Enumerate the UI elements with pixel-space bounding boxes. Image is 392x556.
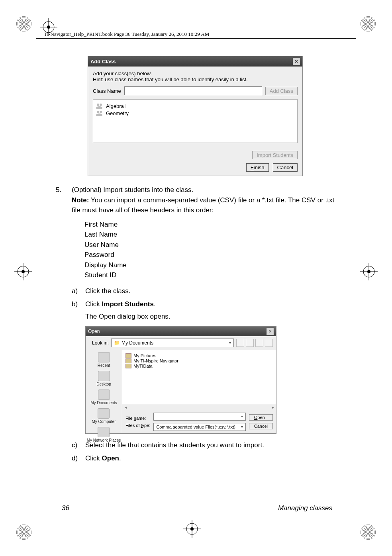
class-list-item[interactable]: Algebra I: [96, 103, 295, 109]
place-desktop[interactable]: Desktop: [96, 371, 111, 386]
section-title: Managing classes: [278, 504, 332, 512]
horizontal-scrollbar[interactable]: ◂ ▸: [122, 404, 276, 410]
class-list-item[interactable]: Geometry: [96, 110, 295, 116]
look-in-label: Look in:: [89, 340, 109, 346]
class-list: Algebra I Geometry: [93, 99, 298, 143]
class-icon: [96, 110, 104, 116]
dialog-title: Open: [88, 329, 100, 334]
registration-mark: [360, 524, 376, 540]
note-label: Note:: [72, 196, 89, 204]
svg-point-7: [367, 270, 370, 273]
documents-icon: [98, 390, 110, 400]
folder-icon: [125, 353, 131, 358]
substep-description: The Open dialog box opens.: [85, 313, 335, 321]
substep-b: b) Click Import Students.: [72, 299, 335, 309]
page-number: 36: [62, 504, 69, 512]
class-item-label: Geometry: [106, 110, 129, 116]
substep-bold: Import Students: [102, 300, 154, 308]
finish-button[interactable]: Finish: [246, 163, 269, 172]
up-icon[interactable]: [246, 339, 254, 347]
dialog-instruction: Add your class(es) below.: [93, 70, 298, 76]
chevron-down-icon: ▾: [241, 414, 243, 419]
places-bar: Recent Desktop My Documents My Computer …: [86, 350, 122, 433]
open-button[interactable]: Open: [249, 414, 273, 421]
scroll-right-icon[interactable]: ▸: [270, 404, 276, 410]
substep-label: b): [72, 299, 85, 309]
registration-mark: [360, 16, 376, 32]
step-number: 5.: [56, 185, 72, 215]
class-name-input[interactable]: [124, 86, 262, 95]
look-in-combo[interactable]: 📁 My Documents ▾: [111, 339, 234, 347]
page-footer: 36 Managing classes: [62, 504, 332, 512]
svg-point-15: [190, 527, 194, 531]
csv-header: Password: [84, 250, 335, 260]
add-class-button[interactable]: Add Class: [265, 87, 298, 95]
add-class-dialog: Add Class × Add your class(es) below. Hi…: [88, 56, 303, 176]
recent-icon: [98, 352, 110, 362]
files-of-type-combo[interactable]: Comma separated value Files(*.csv,*.txt)…: [153, 423, 245, 431]
substep-text: Click the class.: [85, 286, 335, 296]
file-name-input[interactable]: ▾: [153, 413, 245, 421]
cancel-button[interactable]: Cancel: [249, 423, 273, 429]
close-icon[interactable]: ×: [267, 328, 274, 335]
open-dialog: Open × Look in: 📁 My Documents ▾ Recent …: [85, 326, 276, 434]
csv-header: Last Name: [84, 229, 335, 240]
substep-label: d): [72, 453, 85, 464]
step-5: 5. (Optional) Import students into the c…: [56, 185, 335, 215]
dialog-titlebar: Open ×: [86, 327, 276, 336]
svg-point-21: [96, 114, 102, 116]
crop-mark: [183, 520, 201, 538]
look-in-value: My Documents: [122, 340, 153, 346]
substep-bold: Open: [102, 454, 119, 462]
registration-mark: [16, 16, 32, 32]
note-text: You can import a comma-separated value (…: [72, 196, 334, 214]
file-list[interactable]: My Pictures My TI-Nspire Navigator MyTID…: [122, 350, 276, 404]
svg-point-16: [97, 104, 99, 106]
folder-icon: 📁: [114, 340, 120, 346]
computer-icon: [98, 408, 110, 419]
folder-item[interactable]: My Pictures: [125, 353, 273, 358]
csv-header: User Name: [84, 240, 335, 250]
registration-mark: [16, 524, 32, 540]
substep-text: Click: [85, 300, 102, 308]
chevron-down-icon: ▾: [241, 425, 243, 429]
dialog-title: Add Class: [90, 59, 116, 65]
close-icon[interactable]: ×: [293, 58, 300, 65]
view-menu-icon[interactable]: [265, 339, 273, 347]
substep-a: a) Click the class.: [72, 286, 335, 296]
csv-headers-list: First Name Last Name User Name Password …: [84, 219, 335, 280]
csv-header: Display Name: [84, 260, 335, 270]
folder-item[interactable]: My TI-Nspire Navigator: [125, 358, 273, 363]
dialog-hint: Hint: use class names that you will be a…: [93, 76, 298, 82]
crop-mark: [14, 263, 32, 280]
svg-point-20: [100, 111, 102, 113]
folder-icon: [125, 364, 131, 368]
place-recent[interactable]: Recent: [98, 352, 110, 368]
chevron-down-icon: ▾: [229, 341, 231, 345]
substep-text: Select the file that contains the studen…: [85, 440, 335, 450]
csv-header: First Name: [84, 219, 335, 230]
svg-point-19: [97, 111, 99, 113]
substep-text: .: [119, 454, 121, 462]
substep-text: Click: [85, 454, 102, 462]
scroll-left-icon[interactable]: ◂: [122, 404, 129, 410]
print-header: TI-Navigator_Help_PRINT.book Page 36 Tue…: [44, 31, 348, 37]
header-rule: [36, 38, 356, 39]
cancel-button[interactable]: Cancel: [273, 163, 298, 172]
class-icon: [96, 103, 104, 109]
substep-label: c): [72, 440, 85, 450]
svg-point-11: [47, 25, 50, 29]
substep-text: .: [154, 300, 156, 308]
back-icon[interactable]: [236, 339, 244, 347]
step-text: (Optional) Import students into the clas…: [72, 186, 193, 194]
network-icon: [98, 427, 110, 437]
new-folder-icon[interactable]: [255, 339, 263, 347]
desktop-icon: [98, 371, 110, 381]
folder-item[interactable]: MyTIData: [125, 364, 273, 368]
crop-mark: [360, 263, 378, 280]
place-my-computer[interactable]: My Computer: [92, 408, 116, 424]
place-my-documents[interactable]: My Documents: [90, 390, 117, 405]
class-item-label: Algebra I: [106, 103, 127, 109]
svg-point-3: [22, 270, 25, 273]
import-students-button[interactable]: Import Students: [252, 151, 298, 159]
